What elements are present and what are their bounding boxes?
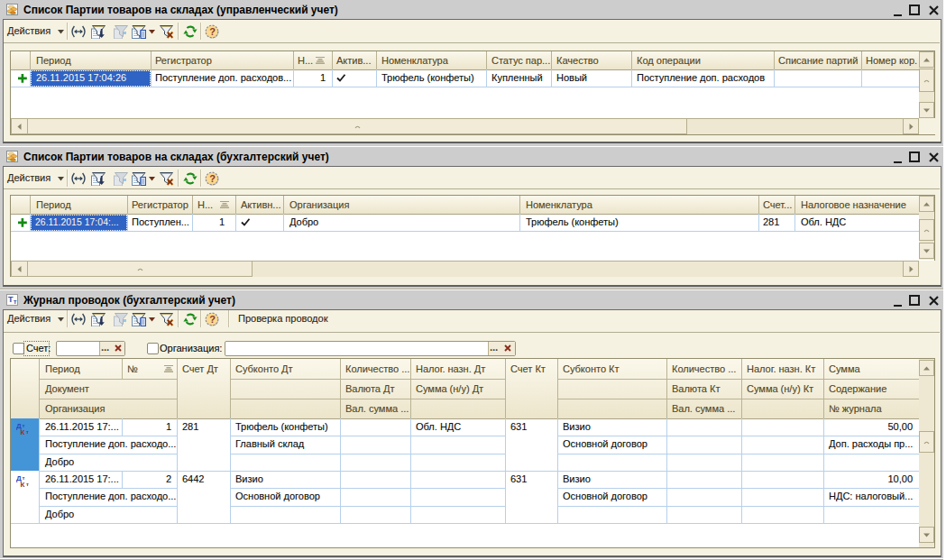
svg-text:?: ?: [209, 314, 216, 325]
svg-text:т: т: [14, 298, 17, 305]
svg-text:?: ?: [209, 173, 216, 184]
svg-text:К: К: [21, 428, 25, 436]
svg-text:т: т: [26, 429, 29, 435]
svg-text:т: т: [23, 475, 25, 481]
svg-text:?: ?: [209, 26, 216, 37]
svg-text:т: т: [23, 423, 25, 428]
svg-text:т: т: [26, 482, 29, 487]
svg-text:К: К: [21, 481, 25, 488]
